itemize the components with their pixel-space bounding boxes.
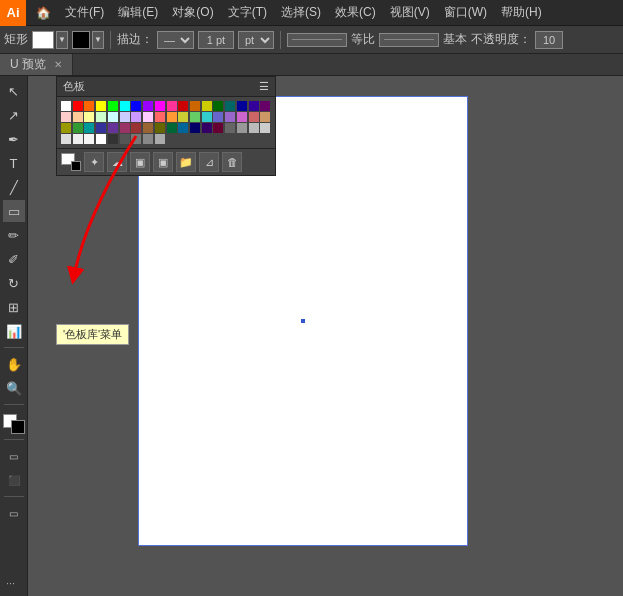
panel-new-color-btn[interactable]: ✦ xyxy=(84,152,104,172)
graph-tool[interactable]: 📊 xyxy=(3,320,25,342)
object-menu[interactable]: 对象(O) xyxy=(166,2,219,23)
zoom-tool[interactable]: 🔍 xyxy=(3,377,25,399)
swatch-cell[interactable] xyxy=(120,112,130,122)
panel-arrow-btn[interactable]: ⊿ xyxy=(199,152,219,172)
swatch-cell[interactable] xyxy=(131,134,141,144)
tab-preview[interactable]: U 预览 ✕ xyxy=(0,54,73,75)
stroke-swatch-box[interactable]: ▼ xyxy=(72,31,104,49)
swatch-cell[interactable] xyxy=(225,123,235,133)
swatch-cell[interactable] xyxy=(96,101,106,111)
swatch-cell[interactable] xyxy=(237,112,247,122)
swatch-cell[interactable] xyxy=(155,112,165,122)
swatch-cell[interactable] xyxy=(96,112,106,122)
stroke-style-select[interactable]: — xyxy=(157,31,194,49)
stroke-width-unit[interactable]: pt xyxy=(238,31,274,49)
swatch-cell[interactable] xyxy=(143,112,153,122)
swatch-cell[interactable] xyxy=(190,123,200,133)
swatch-cell[interactable] xyxy=(178,101,188,111)
swatch-cell[interactable] xyxy=(84,134,94,144)
swatch-cell[interactable] xyxy=(120,123,130,133)
swatch-cell[interactable] xyxy=(120,101,130,111)
swatch-cell[interactable] xyxy=(213,101,223,111)
swatch-cell[interactable] xyxy=(260,101,270,111)
opacity-input[interactable] xyxy=(535,31,563,49)
swatch-cell[interactable] xyxy=(237,123,247,133)
view-menu[interactable]: 视图(V) xyxy=(384,2,436,23)
swatch-cell[interactable] xyxy=(61,112,71,122)
panel-folder-btn[interactable]: 📁 xyxy=(176,152,196,172)
swatch-cell[interactable] xyxy=(96,134,106,144)
swatch-cell[interactable] xyxy=(167,123,177,133)
direct-selection-tool[interactable]: ↗ xyxy=(3,104,25,126)
swatch-cell[interactable] xyxy=(143,134,153,144)
swatch-cell[interactable] xyxy=(260,112,270,122)
canvas-area[interactable]: 色板 ☰ ✦ ☁ ▣ ▣ 📁 ⊿ 🗑 xyxy=(28,76,623,596)
swatch-cell[interactable] xyxy=(178,112,188,122)
swatch-cell[interactable] xyxy=(84,112,94,122)
panel-delete-btn[interactable]: 🗑 xyxy=(222,152,242,172)
swatch-cell[interactable] xyxy=(108,101,118,111)
swatch-cell[interactable] xyxy=(202,101,212,111)
fill-dropdown[interactable]: ▼ xyxy=(56,31,68,49)
swatch-cell[interactable] xyxy=(120,134,130,144)
swatch-cell[interactable] xyxy=(143,123,153,133)
swatch-cell[interactable] xyxy=(249,123,259,133)
panel-menu-icon[interactable]: ☰ xyxy=(259,80,269,93)
normal-mode-btn[interactable]: ▭ xyxy=(3,445,25,467)
scale-tool[interactable]: ⊞ xyxy=(3,296,25,318)
line-tool[interactable]: ╱ xyxy=(3,176,25,198)
swatch-cell[interactable] xyxy=(155,134,165,144)
swatch-cell[interactable] xyxy=(73,123,83,133)
panel-stroke-black[interactable] xyxy=(71,161,81,171)
swatch-cell[interactable] xyxy=(84,101,94,111)
swatch-cell[interactable] xyxy=(61,101,71,111)
type-tool[interactable]: T xyxy=(3,152,25,174)
select-menu[interactable]: 选择(S) xyxy=(275,2,327,23)
stroke-dropdown[interactable]: ▼ xyxy=(92,31,104,49)
stroke-color-box[interactable] xyxy=(11,420,25,434)
stroke-width-input[interactable] xyxy=(198,31,234,49)
swatch-cell[interactable] xyxy=(237,101,247,111)
swatch-cell[interactable] xyxy=(143,101,153,111)
panel-swatch-btn2[interactable]: ▣ xyxy=(153,152,173,172)
pencil-tool[interactable]: ✐ xyxy=(3,248,25,270)
hand-tool[interactable]: ✋ xyxy=(3,353,25,375)
window-menu[interactable]: 窗口(W) xyxy=(438,2,493,23)
more-tools-btn[interactable]: ··· xyxy=(6,576,15,590)
stroke-swatch[interactable] xyxy=(72,31,90,49)
text-menu[interactable]: 文字(T) xyxy=(222,2,273,23)
swatch-cell[interactable] xyxy=(225,101,235,111)
selection-tool[interactable]: ↖ xyxy=(3,80,25,102)
swatch-cell[interactable] xyxy=(108,112,118,122)
swatch-cell[interactable] xyxy=(213,123,223,133)
rect-tool[interactable]: ▭ xyxy=(3,200,25,222)
effect-menu[interactable]: 效果(C) xyxy=(329,2,382,23)
swatch-cell[interactable] xyxy=(190,112,200,122)
paintbrush-tool[interactable]: ✏ xyxy=(3,224,25,246)
swatch-cell[interactable] xyxy=(108,134,118,144)
screen-mode-btn[interactable]: ▭ xyxy=(3,502,25,524)
swatch-cell[interactable] xyxy=(167,101,177,111)
swatch-cell[interactable] xyxy=(131,112,141,122)
draw-inside-btn[interactable]: ⬛ xyxy=(3,469,25,491)
swatch-cell[interactable] xyxy=(96,123,106,133)
swatch-cell[interactable] xyxy=(73,101,83,111)
swatch-cell[interactable] xyxy=(167,112,177,122)
swatch-cell[interactable] xyxy=(73,134,83,144)
edit-menu[interactable]: 编辑(E) xyxy=(112,2,164,23)
panel-swatch-btn1[interactable]: ▣ xyxy=(130,152,150,172)
fill-stroke-indicator[interactable] xyxy=(3,414,25,434)
swatch-cell[interactable] xyxy=(202,123,212,133)
swatch-cell[interactable] xyxy=(202,112,212,122)
home-icon[interactable]: 🏠 xyxy=(30,4,57,22)
pen-tool[interactable]: ✒ xyxy=(3,128,25,150)
swatch-cell[interactable] xyxy=(155,101,165,111)
help-menu[interactable]: 帮助(H) xyxy=(495,2,548,23)
swatch-cell[interactable] xyxy=(61,123,71,133)
swatch-cell[interactable] xyxy=(155,123,165,133)
swatch-cell[interactable] xyxy=(131,101,141,111)
swatch-cell[interactable] xyxy=(61,134,71,144)
swatch-cell[interactable] xyxy=(73,112,83,122)
swatch-cell[interactable] xyxy=(260,123,270,133)
swatch-cell[interactable] xyxy=(249,112,259,122)
